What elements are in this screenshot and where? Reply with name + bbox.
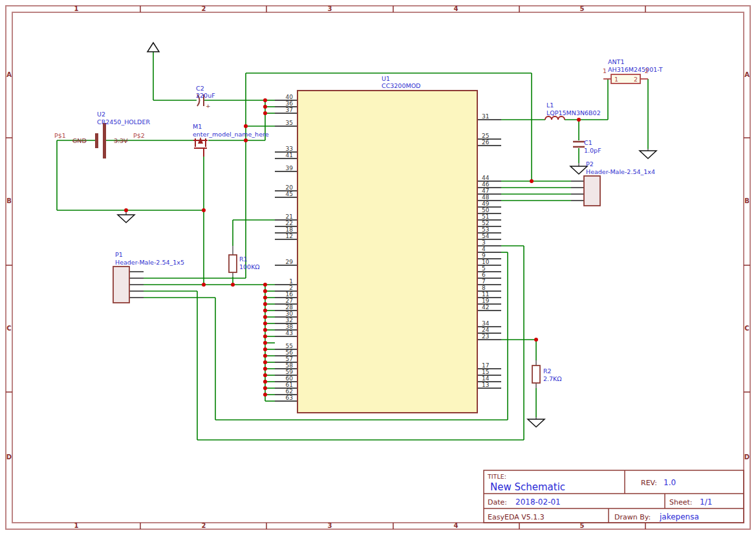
junction-dot: [263, 315, 267, 319]
schematic-canvas[interactable]: 1122334455AABBCCDD 40VBAT_DCDC_DIG_IO36V…: [0, 0, 756, 535]
u2-part[interactable]: CR2450_HOLDER: [97, 118, 150, 126]
frame-column-label: 4: [454, 5, 459, 12]
u1-part[interactable]: CC3200MOD: [382, 82, 420, 89]
rev-value[interactable]: 1.0: [664, 478, 676, 487]
u1-pin-number: 36: [286, 100, 294, 107]
u1-chip-body[interactable]: [297, 91, 477, 413]
m1-part[interactable]: enter_model_name_here: [193, 131, 269, 138]
c1-capacitor-symbol[interactable]: [573, 142, 585, 147]
u1-pin-number: 13: [482, 382, 489, 388]
u1-pin-number: 59: [286, 369, 294, 375]
ant1-ref[interactable]: ANT1: [608, 58, 624, 65]
r2-value[interactable]: 2.7KΩ: [543, 375, 562, 382]
net-label-gnd[interactable]: GND: [72, 137, 87, 144]
u1-pin-number: 46: [482, 181, 490, 188]
r2-resistor-symbol[interactable]: [532, 366, 540, 383]
c2-value[interactable]: 220uF: [196, 92, 215, 99]
c1-ref[interactable]: C1: [584, 139, 592, 146]
u1-pin-number: 56: [286, 349, 294, 356]
date-value[interactable]: 2018-02-01: [515, 497, 561, 507]
u1-pin-number: 63: [286, 395, 293, 401]
junction-dot: [202, 283, 206, 287]
frame-column-label: 3: [328, 522, 332, 529]
u1-pin-number: 14: [482, 375, 490, 382]
r2-ref[interactable]: R2: [543, 367, 552, 375]
u1-pin-number: 62: [286, 388, 293, 395]
u1-pin-number: 50: [482, 207, 490, 213]
junction-dot: [263, 283, 267, 287]
power-arrow-icon[interactable]: [147, 43, 159, 52]
ground-icon: [528, 419, 545, 427]
frame-row-label: B: [6, 197, 12, 204]
u1-ref[interactable]: U1: [382, 75, 390, 82]
junction-dot: [263, 296, 267, 300]
junction-dot: [263, 302, 267, 306]
u2-battery-symbol[interactable]: [95, 123, 106, 158]
p2-header-body[interactable]: [584, 176, 600, 206]
u1-pin-number: 17: [482, 362, 489, 369]
frame-row-label: A: [744, 71, 750, 78]
c1-value[interactable]: 1.0pF: [584, 147, 601, 154]
u1-pin-number: 39: [286, 165, 294, 171]
junction-dot: [263, 380, 267, 384]
u1-pin-number: 4: [482, 246, 486, 252]
u1-pin-number: 43: [286, 330, 293, 336]
l1-ref[interactable]: L1: [546, 102, 554, 109]
junction-dot: [263, 386, 267, 390]
r1-ref[interactable]: R1: [239, 256, 248, 263]
l1-part[interactable]: LQP15MN3N6B02: [546, 109, 601, 116]
junction-dot: [263, 289, 267, 293]
u1-pin-number: 42: [482, 304, 489, 311]
u1-pin-number: 6: [482, 272, 486, 278]
frame-row-label: A: [6, 71, 12, 78]
ground-icon: [640, 151, 656, 158]
junction-dot: [263, 334, 267, 338]
junction-dot: [263, 354, 267, 358]
u1-pin-number: 34: [482, 320, 490, 327]
junction-dot: [244, 124, 248, 128]
r1-resistor-symbol[interactable]: [229, 255, 237, 272]
r1-value[interactable]: 100KΩ: [239, 263, 260, 270]
u2-ref[interactable]: U2: [97, 111, 105, 118]
u1-pin-number: 45: [286, 191, 293, 197]
rev-label: REV:: [641, 479, 657, 487]
l1-inductor-symbol[interactable]: [545, 116, 565, 120]
schematic-title[interactable]: New Schematic: [490, 481, 565, 493]
u1-pin-number: 33: [286, 146, 293, 152]
u1-pin-number: 40: [286, 94, 294, 100]
frame-row-label: D: [744, 453, 750, 461]
net-label-3v3[interactable]: 3.3V: [114, 137, 128, 144]
junction-dot: [530, 179, 534, 183]
ant1-pin2-inner: 2: [634, 76, 638, 83]
p2-ref[interactable]: P2: [586, 160, 594, 168]
title-block[interactable]: TITLE: New Schematic REV: 1.0 Date: 2018…: [484, 470, 744, 523]
p2-part[interactable]: Header-Male-2.54_1x4: [586, 168, 655, 175]
sheet-value[interactable]: 1/1: [700, 497, 712, 507]
frame-row-label: C: [6, 325, 11, 332]
u1-pin-number: 55: [286, 343, 293, 349]
drawn-by-value[interactable]: jakepensa: [659, 512, 699, 521]
frame-column-label: 1: [74, 522, 79, 529]
u1-pin-number: 44: [482, 175, 490, 181]
c2-ref[interactable]: C2: [196, 85, 204, 92]
u1-pin-number: 54: [482, 233, 490, 239]
u1-pin-number: 60: [286, 375, 294, 382]
sheet-label: Sheet:: [669, 498, 693, 507]
drawn-by-label: Drawn By:: [614, 513, 651, 521]
u1-pin-number: 49: [482, 201, 490, 207]
junction-dot: [263, 367, 267, 371]
u1-pin-number: 7: [482, 278, 486, 285]
ant1-part[interactable]: AH316M245001-T: [608, 66, 663, 73]
p1-ref[interactable]: P1: [115, 251, 123, 258]
p1-header-body[interactable]: [113, 267, 129, 303]
u1-pin-number: 24: [482, 327, 490, 333]
junction-dot: [244, 138, 248, 142]
u2-pin2-label: P$2: [133, 132, 145, 139]
u1-pin-number: 51: [482, 213, 489, 220]
frame-column-label: 4: [454, 522, 459, 529]
u1-pin-number: 58: [286, 362, 294, 369]
junction-dot: [263, 322, 267, 325]
m1-mosfet-symbol[interactable]: [193, 137, 208, 157]
p1-part[interactable]: Header-Male-2.54_1x5: [115, 259, 184, 266]
m1-ref[interactable]: M1: [193, 123, 202, 130]
